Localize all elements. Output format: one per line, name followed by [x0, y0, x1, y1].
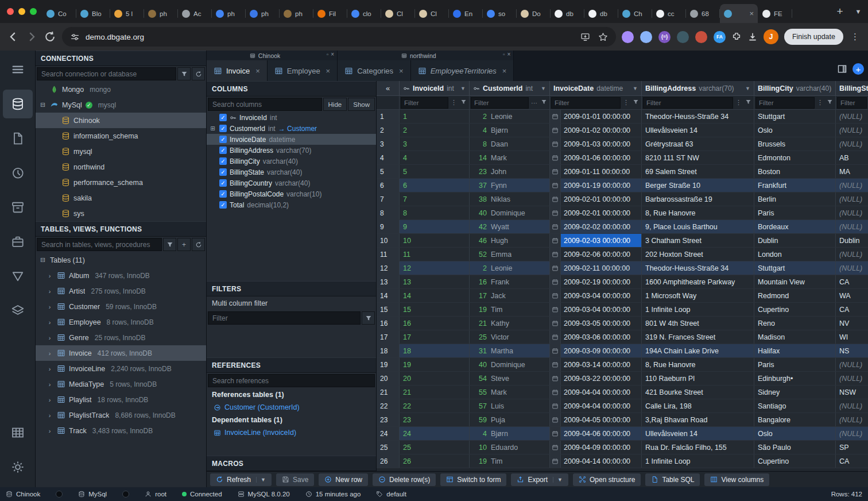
checkbox-checked[interactable]: ✓	[219, 114, 227, 121]
browser-tab[interactable]: db	[584, 4, 618, 23]
refresh-button[interactable]: Refresh▼	[210, 473, 272, 486]
cell-billingaddress[interactable]: 801 W 4th Street	[642, 317, 754, 330]
filter-input-InvoiceDate[interactable]	[551, 97, 621, 109]
cell-customerid[interactable]: 40Dominique	[470, 206, 550, 219]
connection-item-Chinook[interactable]: Chinook	[36, 113, 206, 128]
rail-briefcase-button[interactable]	[3, 228, 33, 256]
cell-invoicedate[interactable]: 2009-04-05 00:00:00	[550, 413, 642, 426]
delete-row-s--button[interactable]: Delete row(s)	[373, 473, 436, 486]
cell-invoiceid[interactable]: 7	[400, 192, 470, 206]
new-row-button[interactable]: New row	[319, 473, 368, 486]
cell-customerid[interactable]: 54Steve	[470, 372, 550, 385]
cell-customerid[interactable]: 10Eduardo	[470, 441, 550, 454]
funnel-icon-button[interactable]	[459, 99, 468, 106]
browser-tab[interactable]: En	[449, 4, 482, 23]
row-number-cell[interactable]: 26	[377, 454, 400, 468]
react-ext-icon[interactable]	[677, 31, 689, 43]
chevron-right-icon[interactable]: ›	[46, 381, 53, 388]
funnel-icon-button[interactable]	[826, 99, 834, 106]
dependent-link[interactable]: InvoiceLine (InvoiceId)	[207, 426, 376, 439]
chevron-right-icon[interactable]: ›	[46, 396, 53, 403]
grid-header-InvoiceDate[interactable]: InvoiceDatedatetime▼	[550, 81, 642, 95]
browser-tab[interactable]: ph	[246, 4, 279, 23]
cell-billingcity[interactable]: Cupertino	[754, 454, 836, 468]
cell-invoicedate[interactable]: 2009-03-04 00:00:00	[550, 303, 642, 316]
downloads-icon[interactable]	[747, 32, 758, 42]
cell-billingstate[interactable]: (NULL)	[836, 192, 868, 206]
browser-tab[interactable]: ph	[212, 4, 245, 23]
calendar-icon-button[interactable]	[550, 427, 561, 440]
row-number-cell[interactable]: 3	[377, 137, 400, 151]
cell-invoiceid[interactable]: 1	[400, 110, 470, 123]
cell-billingstate[interactable]: (NULL)	[836, 427, 868, 440]
chevron-down-icon[interactable]: ▼	[745, 86, 750, 91]
cell-billingstate[interactable]: AB	[836, 151, 868, 164]
browser-tab[interactable]: clo	[347, 4, 381, 23]
json-ext-icon[interactable]: {=}	[658, 31, 671, 43]
multi-filter-button[interactable]	[362, 311, 375, 325]
row-number-cell[interactable]: 24	[377, 427, 400, 440]
install-app-icon[interactable]	[580, 32, 590, 42]
cell-billingcity[interactable]: Stuttgart	[754, 110, 836, 123]
browser-tab[interactable]: cc	[652, 4, 685, 23]
table-item-Invoice[interactable]: ›Invoice412 rows, InnoDB	[36, 345, 206, 361]
cell-invoicedate[interactable]: 2009-03-14 00:00:00	[550, 358, 642, 371]
cell-billingcity[interactable]: Bordeaux	[754, 220, 836, 233]
rail-gear-button[interactable]	[3, 453, 33, 481]
cell-invoiceid[interactable]: 5	[400, 165, 470, 178]
cell-billingaddress[interactable]: Theodor-Heuss-Straße 34	[642, 261, 754, 275]
browser-tab[interactable]: FE	[758, 4, 792, 23]
cell-billingcity[interactable]: Halifax	[754, 344, 836, 357]
calendar-icon-button[interactable]	[550, 234, 561, 247]
calendar-icon-button[interactable]	[550, 165, 561, 178]
filter-input-BillingCity[interactable]	[755, 97, 815, 109]
row-number-cell[interactable]: 18	[377, 344, 400, 357]
group-grid-icon[interactable]: ▫	[327, 51, 329, 57]
calendar-icon-button[interactable]	[550, 454, 561, 468]
cell-customerid[interactable]: 59Puja	[470, 413, 550, 426]
cell-invoiceid[interactable]: 6	[400, 179, 470, 192]
tab-close-icon[interactable]: ×	[399, 67, 404, 75]
grid-header-InvoiceId[interactable]: InvoiceIdint▼	[400, 81, 470, 95]
cell-invoicedate[interactable]: 2009-02-11 00:00:00	[550, 261, 642, 275]
tables-search-input[interactable]	[37, 238, 162, 251]
row-number-cell[interactable]: 20	[377, 372, 400, 385]
calendar-icon-button[interactable]	[550, 303, 561, 316]
minus-box-icon[interactable]: ⊟	[39, 256, 46, 264]
tables-filter-button[interactable]	[163, 238, 176, 251]
chevron-right-icon[interactable]: ›	[46, 288, 53, 295]
tab-Invoice[interactable]: Invoice×	[207, 60, 268, 81]
column-item-InvoiceId[interactable]: ✓InvoiceIdint	[207, 112, 376, 123]
row-number-cell[interactable]: 21	[377, 386, 400, 399]
cell-billingaddress[interactable]: Theodor-Heuss-Straße 34	[642, 110, 754, 123]
cell-billingstate[interactable]: (NULL)	[836, 248, 868, 261]
cell-customerid[interactable]: 25Victor	[470, 330, 550, 344]
cell-billingcity[interactable]: Madison	[754, 330, 836, 344]
tab-close-icon[interactable]: ×	[749, 9, 754, 18]
row-number-cell[interactable]: 12	[377, 261, 400, 275]
cell-billingstate[interactable]: (NULL)	[836, 399, 868, 413]
calendar-icon-button[interactable]	[550, 358, 561, 371]
cell-billingcity[interactable]: Stuttgart	[754, 261, 836, 275]
row-number-cell[interactable]: 23	[377, 413, 400, 426]
expand-icon[interactable]: ⊟	[39, 101, 46, 109]
filter-input-BillingAddress[interactable]	[643, 97, 733, 109]
kebab-icon[interactable]: ⋮	[622, 99, 630, 106]
cell-invoiceid[interactable]: 9	[400, 220, 470, 233]
cell-invoicedate[interactable]: 2009-03-06 00:00:00	[550, 330, 642, 344]
cell-billingcity[interactable]: Edmonton	[754, 151, 836, 164]
row-number-cell[interactable]: 8	[377, 206, 400, 219]
chevron-right-icon[interactable]: ›	[46, 272, 53, 279]
checkbox-checked[interactable]: ✓	[219, 168, 227, 176]
cell-invoiceid[interactable]: 15	[400, 303, 470, 316]
grid-header-BillingCity[interactable]: BillingCityvarchar(40)▼	[754, 81, 836, 95]
cell-customerid[interactable]: 19Tim	[470, 303, 550, 316]
calendar-icon-button[interactable]	[550, 206, 561, 219]
calendar-icon-button[interactable]	[550, 317, 561, 330]
checkbox-checked[interactable]: ✓	[219, 179, 227, 187]
cell-billingaddress[interactable]: 8, Rue Hanovre	[642, 206, 754, 219]
expand-box-icon[interactable]: ⊞	[209, 125, 216, 132]
connection-item-sys[interactable]: sys	[36, 206, 206, 221]
cell-invoicedate[interactable]: 2009-02-19 00:00:00	[550, 275, 642, 288]
tab-EmployeeTerritories[interactable]: EmployeeTerritories×	[411, 60, 514, 81]
